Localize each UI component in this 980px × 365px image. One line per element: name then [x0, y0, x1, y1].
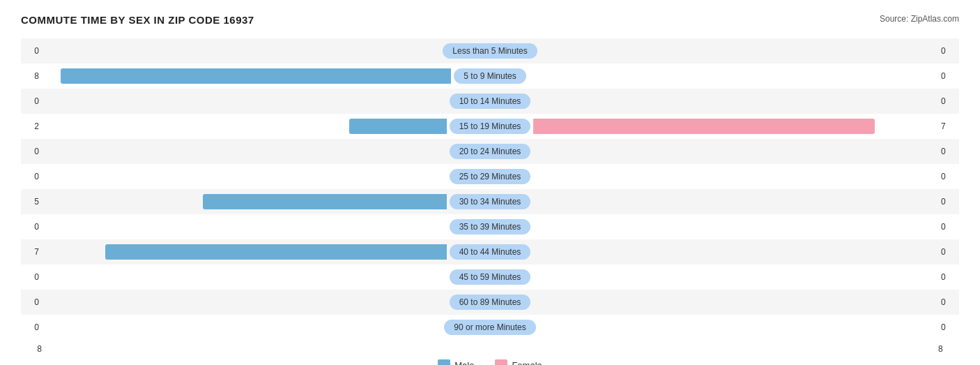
axis-row: 8 8: [21, 344, 959, 354]
bar-row: 020 to 24 Minutes0: [21, 139, 959, 164]
row-label-pill: Less than 5 Minutes: [443, 43, 537, 59]
row-label-pill: 30 to 34 Minutes: [450, 194, 531, 209]
bar-row: 85 to 9 Minutes0: [21, 64, 959, 89]
bar-row: 045 to 59 Minutes0: [21, 265, 959, 290]
female-bar-wrap: [530, 119, 938, 134]
row-label-pill: 90 or more Minutes: [444, 320, 535, 335]
male-value: 0: [21, 322, 42, 332]
row-label-pill: 5 to 9 Minutes: [454, 68, 526, 84]
male-bar: [203, 194, 447, 209]
male-bar: [105, 244, 447, 260]
male-bar-wrap: [42, 194, 450, 209]
axis-right-value: 8: [938, 344, 959, 354]
male-value: 0: [21, 96, 42, 106]
chart-title: COMMUTE TIME BY SEX IN ZIP CODE 16937: [21, 14, 254, 26]
female-value: 0: [938, 197, 959, 207]
male-legend-box: [438, 359, 450, 365]
male-value: 8: [21, 71, 42, 81]
male-legend-label: Male: [454, 360, 474, 366]
row-label-pill: 15 to 19 Minutes: [450, 119, 531, 134]
male-value: 0: [21, 272, 42, 282]
row-label-pill: 25 to 29 Minutes: [450, 169, 531, 184]
male-bar-wrap: [42, 244, 450, 260]
row-label-pill: 40 to 44 Minutes: [450, 244, 531, 260]
male-bar: [61, 68, 451, 84]
axis-left-value: 8: [21, 344, 42, 354]
bar-row: 530 to 34 Minutes0: [21, 189, 959, 214]
male-value: 2: [21, 121, 42, 131]
female-bar: [533, 119, 875, 134]
legend-female: Female: [495, 359, 542, 365]
male-value: 0: [21, 222, 42, 232]
female-value: 0: [938, 46, 959, 56]
male-bar-wrap: [42, 119, 450, 134]
male-value: 0: [21, 297, 42, 307]
male-value: 0: [21, 147, 42, 156]
chart-container: COMMUTE TIME BY SEX IN ZIP CODE 16937 So…: [21, 14, 959, 365]
female-value: 0: [938, 247, 959, 257]
bar-row: 060 to 89 Minutes0: [21, 290, 959, 315]
row-label-pill: 45 to 59 Minutes: [450, 269, 531, 285]
legend: Male Female: [21, 359, 959, 365]
row-label-pill: 20 to 24 Minutes: [450, 144, 531, 159]
male-value: 0: [21, 172, 42, 181]
female-legend-label: Female: [512, 360, 542, 366]
male-value: 0: [21, 46, 42, 56]
female-value: 0: [938, 147, 959, 156]
bar-row: 740 to 44 Minutes0: [21, 239, 959, 265]
source-label: Source: ZipAtlas.com: [880, 14, 959, 24]
female-value: 0: [938, 297, 959, 307]
row-label-pill: 35 to 39 Minutes: [450, 219, 531, 234]
male-value: 7: [21, 247, 42, 257]
female-value: 0: [938, 272, 959, 282]
male-bar: [349, 119, 447, 134]
bar-row: 215 to 19 Minutes7: [21, 114, 959, 139]
bar-row: 035 to 39 Minutes0: [21, 214, 959, 239]
female-value: 7: [938, 121, 959, 131]
chart-header: COMMUTE TIME BY SEX IN ZIP CODE 16937 So…: [21, 14, 959, 26]
chart-rows: 0Less than 5 Minutes085 to 9 Minutes0010…: [21, 38, 959, 340]
male-bar-wrap: [42, 68, 454, 84]
legend-male: Male: [438, 359, 474, 365]
bar-row: 0Less than 5 Minutes0: [21, 38, 959, 64]
female-value: 0: [938, 71, 959, 81]
bar-row: 090 or more Minutes0: [21, 315, 959, 340]
male-value: 5: [21, 197, 42, 207]
bar-row: 010 to 14 Minutes0: [21, 89, 959, 114]
bar-row: 025 to 29 Minutes0: [21, 164, 959, 189]
female-value: 0: [938, 222, 959, 232]
female-value: 0: [938, 96, 959, 106]
row-label-pill: 10 to 14 Minutes: [450, 94, 531, 109]
female-value: 0: [938, 172, 959, 181]
female-value: 0: [938, 322, 959, 332]
female-legend-box: [495, 359, 507, 365]
row-label-pill: 60 to 89 Minutes: [450, 295, 531, 310]
